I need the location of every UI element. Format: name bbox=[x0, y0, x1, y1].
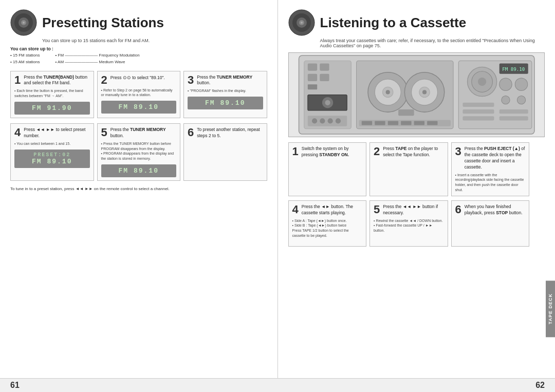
step-5-box: 5 Press the TUNER MEMORY button. • Press… bbox=[97, 123, 181, 181]
cassette-step-6-text: When you have finished playback, press S… bbox=[465, 204, 525, 216]
step-5-number: 5 bbox=[101, 127, 107, 138]
step-2-number: 2 bbox=[101, 74, 107, 86]
step-5-display: FM 89.10 bbox=[101, 164, 177, 177]
cassette-step-2-number: 2 bbox=[374, 146, 380, 157]
cassette-step-3-number: 3 bbox=[455, 146, 461, 157]
cassette-step-2-text: Press TAPE on the player to select the T… bbox=[383, 146, 443, 158]
step-5-text: Press the TUNER MEMORY button. bbox=[110, 127, 176, 139]
svg-point-23 bbox=[327, 118, 332, 123]
svg-rect-12 bbox=[307, 63, 317, 70]
step-6-number: 6 bbox=[188, 127, 194, 138]
svg-point-4 bbox=[23, 22, 25, 24]
step-4-display: PRESET:02 FM 89.10 bbox=[14, 150, 90, 168]
steps-grid-top: 1 Press the TUNER(BAND) button and selec… bbox=[10, 71, 267, 118]
step-4-note: • You can select between 1 and 15. bbox=[14, 141, 90, 146]
svg-point-22 bbox=[320, 118, 325, 123]
svg-point-24 bbox=[335, 118, 340, 123]
svg-point-29 bbox=[385, 90, 390, 94]
step-6-box: 6 To preset another station, repeat step… bbox=[183, 123, 267, 181]
step-4-text: Press ◄◄ ►► to select preset number. bbox=[24, 127, 89, 139]
svg-rect-40 bbox=[414, 121, 424, 125]
svg-point-19 bbox=[325, 100, 330, 105]
step-5-note: • Press the TUNER MEMORY button before P… bbox=[101, 141, 177, 161]
svg-rect-14 bbox=[307, 74, 317, 81]
step-2-box: 2 Press ⊙⊙ to select "89.10". • Refer to… bbox=[97, 71, 181, 118]
step-1-note: • Each time the button is pressed, the b… bbox=[14, 88, 90, 99]
cassette-step-5-text: Press the ◄◄ ►► button if necessary. bbox=[383, 204, 443, 216]
svg-rect-39 bbox=[401, 121, 411, 125]
store-item-3: • FM ———————— Frequency Modulation bbox=[55, 52, 140, 59]
step-4-number: 4 bbox=[14, 127, 21, 138]
cassette-step-3-note: • Insert a cassette with the recording/p… bbox=[455, 173, 526, 193]
store-col2: • FM ———————— Frequency Modulation • AM … bbox=[55, 52, 140, 66]
cassette-step-5-note: • Rewind the cassette ◄◄ / DOWN button.•… bbox=[374, 218, 444, 233]
speaker-icon-left bbox=[10, 9, 37, 36]
svg-rect-16 bbox=[307, 84, 317, 89]
cassette-step-2-box: 2 Press TAPE on the player to select the… bbox=[369, 142, 448, 196]
tape-deck-tab: TAPE DECK bbox=[546, 281, 555, 337]
svg-point-33 bbox=[422, 90, 426, 94]
store-col1: • 15 FM stations • 15 AM stations bbox=[10, 52, 40, 66]
step-2-text: Press ⊙⊙ to select "89.10". bbox=[110, 74, 165, 81]
svg-rect-55 bbox=[499, 109, 528, 114]
step-1-text: Press the TUNER(BAND) button and select … bbox=[24, 74, 89, 87]
device-svg: FM 89.10 bbox=[289, 53, 545, 137]
svg-rect-37 bbox=[375, 121, 385, 125]
cassette-step-5-number: 5 bbox=[374, 204, 380, 215]
steps-grid-bottom: 4 Press ◄◄ ►► to select preset number. •… bbox=[10, 123, 267, 181]
cassette-step-3-text: Press the PUSH EJECT (▲) of the cassette… bbox=[465, 146, 525, 171]
step-2-note: • Refer to Step 2 on page 58 to automati… bbox=[101, 88, 177, 98]
svg-rect-13 bbox=[320, 63, 329, 70]
speaker-icon-right bbox=[288, 9, 315, 36]
svg-point-45 bbox=[477, 78, 486, 86]
left-page: Presetting Stations You can store up to … bbox=[0, 0, 278, 378]
step-2-display: FM 89.10 bbox=[101, 101, 177, 114]
cassette-step-4-text: Press the ◄► button. The cassette starts… bbox=[302, 204, 362, 216]
cassette-step-6-number: 6 bbox=[455, 204, 461, 215]
step-3-display: FM 89.10 bbox=[188, 97, 263, 109]
step-1-number: 1 bbox=[14, 74, 21, 86]
step-6-text: To preset another station, repeat steps … bbox=[197, 127, 263, 139]
page-number-right: 62 bbox=[535, 381, 545, 390]
svg-point-21 bbox=[312, 118, 317, 123]
svg-rect-56 bbox=[499, 116, 528, 120]
svg-rect-46 bbox=[462, 103, 494, 107]
bottom-note: To tune in to a preset station, press ◄◄… bbox=[10, 186, 267, 192]
svg-point-51 bbox=[499, 78, 511, 90]
right-header: Listening to a Cassette bbox=[288, 9, 545, 36]
left-subtitle: You can store up to 15 stations each for… bbox=[42, 38, 267, 43]
store-item-4: • AM ———————— Medium Wave bbox=[55, 59, 140, 66]
cassette-step-1-number: 1 bbox=[292, 146, 299, 157]
cassette-step-6-box: 6 When you have finished playback, press… bbox=[451, 200, 530, 247]
step-4-box: 4 Press ◄◄ ►► to select preset number. •… bbox=[10, 123, 94, 181]
page-number-bar: 61 62 bbox=[0, 378, 555, 392]
svg-point-53 bbox=[501, 96, 509, 104]
cassette-steps-bottom: 4 Press the ◄► button. The cassette star… bbox=[288, 200, 530, 247]
store-item-2: • 15 AM stations bbox=[10, 59, 40, 66]
you-can-store-label: You can store up to : bbox=[10, 46, 267, 51]
svg-rect-41 bbox=[427, 121, 437, 125]
right-title: Listening to a Cassette bbox=[320, 15, 467, 30]
cassette-step-1-box: 1 Switch the system on by pressing STAND… bbox=[288, 142, 367, 196]
cassette-step-3-box: 3 Press the PUSH EJECT (▲) of the casset… bbox=[451, 142, 530, 196]
step-1-display: FM 91.90 bbox=[14, 102, 90, 115]
cassette-step-4-number: 4 bbox=[292, 204, 299, 215]
svg-point-52 bbox=[515, 78, 527, 90]
left-title: Presetting Stations bbox=[42, 15, 164, 30]
step-3-text: Press the TUNER MEMORY button. bbox=[197, 74, 263, 87]
cassette-step-4-box: 4 Press the ◄► button. The cassette star… bbox=[288, 200, 367, 247]
svg-rect-47 bbox=[462, 109, 494, 114]
store-item-1: • 15 FM stations bbox=[10, 52, 40, 59]
svg-rect-48 bbox=[462, 116, 494, 120]
cassette-steps-top: 1 Switch the system on by pressing STAND… bbox=[288, 142, 530, 196]
cassette-step-1-text: Switch the system on by pressing STANDBY… bbox=[302, 146, 362, 158]
step-3-number: 3 bbox=[188, 74, 194, 86]
svg-point-9 bbox=[301, 22, 303, 24]
svg-point-54 bbox=[517, 96, 525, 104]
cassette-step-4-note: • Side A : Tape (◄►) button once.• Side … bbox=[292, 218, 363, 238]
store-list: • 15 FM stations • 15 AM stations • FM —… bbox=[10, 52, 267, 66]
cassette-step-5-box: 5 Press the ◄◄ ►► button if necessary. •… bbox=[369, 200, 448, 247]
svg-rect-38 bbox=[387, 121, 398, 125]
svg-rect-15 bbox=[320, 74, 329, 81]
right-subtitle: Always treat your cassettes with care; r… bbox=[320, 38, 545, 48]
